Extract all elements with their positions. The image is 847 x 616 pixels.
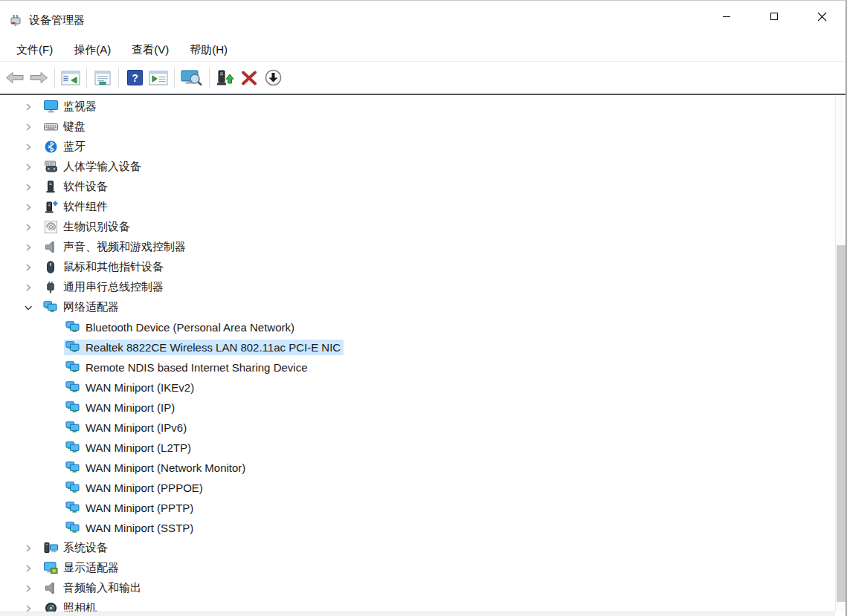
menu-action[interactable]: 操作(A) (65, 40, 120, 60)
tree-item[interactable]: 蓝牙 (0, 137, 835, 157)
uninstall-device-button[interactable] (237, 65, 261, 91)
toolbar-separator (54, 68, 55, 88)
scan-hardware-changes-button[interactable] (178, 65, 205, 91)
maximize-button[interactable] (750, 1, 798, 32)
tree-item[interactable]: Bluetooth Device (Personal Area Network) (0, 317, 835, 337)
row-content[interactable]: 声音、视频和游戏控制器 (42, 239, 189, 256)
tree-item-label: 监视器 (63, 100, 97, 114)
tree-item[interactable]: WAN Miniport (IP) (0, 398, 835, 418)
tree-item[interactable]: 软件组件 (0, 197, 835, 217)
tree-item[interactable]: 声音、视频和游戏控制器 (0, 237, 835, 257)
chevron-right-icon[interactable] (22, 201, 34, 213)
show-action-pane-button[interactable] (146, 65, 170, 91)
arrow-left-icon (5, 71, 25, 84)
tree-item[interactable]: 鼠标和其他指针设备 (0, 257, 835, 277)
tree-item[interactable]: WAN Miniport (PPTP) (0, 498, 835, 518)
row-content[interactable]: 人体学输入设备 (42, 158, 144, 175)
chevron-right-icon[interactable] (22, 562, 34, 574)
network-adapter-icon (65, 401, 80, 414)
tree-item[interactable]: WAN Miniport (Network Monitor) (0, 458, 835, 478)
row-content[interactable]: WAN Miniport (Network Monitor) (64, 460, 248, 476)
tree-item[interactable]: 系统设备 (0, 538, 835, 558)
row-content[interactable]: WAN Miniport (PPPOE) (64, 480, 206, 496)
toolbar: ? (0, 62, 846, 94)
tree-item[interactable]: 生物识别设备 (0, 217, 835, 237)
chevron-right-icon[interactable] (22, 241, 34, 253)
toolbar-separator (174, 68, 175, 88)
minimize-button[interactable] (703, 1, 750, 32)
tree-item[interactable]: WAN Miniport (L2TP) (0, 438, 835, 458)
horizontal-scrollbar[interactable] (0, 612, 835, 616)
row-content[interactable]: 监视器 (42, 98, 100, 115)
tree-item[interactable]: WAN Miniport (IKEv2) (0, 377, 835, 398)
menu-view[interactable]: 查看(V) (123, 40, 178, 60)
row-content[interactable]: WAN Miniport (L2TP) (64, 440, 194, 455)
help-button[interactable]: ? (123, 65, 146, 91)
row-content[interactable]: 系统设备 (42, 539, 111, 557)
row-content[interactable]: Remote NDIS based Internet Sharing Devic… (64, 360, 310, 375)
properties-button[interactable] (91, 65, 115, 91)
row-content[interactable]: 软件设备 (42, 178, 111, 195)
row-content[interactable]: 蓝牙 (42, 138, 88, 155)
row-content[interactable]: 软件组件 (42, 198, 111, 215)
software-component-icon (43, 201, 58, 213)
row-content[interactable]: 鼠标和其他指针设备 (42, 259, 167, 276)
row-content[interactable]: WAN Miniport (IPv6) (64, 420, 190, 435)
tree-item[interactable]: 监视器 (0, 97, 835, 117)
selected-row-content[interactable]: Realtek 8822CE Wireless LAN 802.11ac PCI… (64, 340, 344, 355)
chevron-right-icon[interactable] (22, 141, 34, 153)
vertical-scrollbar-thumb[interactable] (837, 245, 846, 602)
tree-item[interactable]: Remote NDIS based Internet Sharing Devic… (0, 357, 835, 377)
hid-icon (43, 161, 58, 173)
close-button[interactable] (798, 1, 846, 32)
tree-item-label: WAN Miniport (PPPOE) (86, 482, 203, 494)
chevron-right-icon[interactable] (22, 221, 34, 233)
menu-file[interactable]: 文件(F) (7, 40, 62, 60)
chevron-right-icon[interactable] (22, 101, 34, 113)
disable-device-button[interactable] (261, 65, 285, 91)
toolbar-separator (209, 68, 210, 88)
help-icon: ? (127, 70, 143, 85)
row-content[interactable]: 键盘 (42, 118, 88, 135)
chevron-right-icon[interactable] (22, 282, 34, 294)
row-content[interactable]: WAN Miniport (SSTP) (64, 520, 196, 536)
tree-item[interactable]: 网络适配器 (0, 297, 835, 317)
forward-button[interactable] (27, 65, 51, 91)
tree-item[interactable]: Realtek 8822CE Wireless LAN 802.11ac PCI… (0, 337, 835, 357)
tree-item[interactable]: 音频输入和输出 (0, 578, 835, 598)
usb-icon (43, 281, 58, 294)
tree-item[interactable]: WAN Miniport (IPv6) (0, 418, 835, 438)
row-content[interactable]: WAN Miniport (IP) (64, 400, 178, 415)
chevron-right-icon[interactable] (22, 262, 34, 273)
tree-item-label: 软件组件 (63, 200, 108, 214)
back-button[interactable] (3, 65, 27, 91)
chevron-right-icon[interactable] (22, 542, 34, 554)
row-content[interactable]: WAN Miniport (PPTP) (64, 500, 196, 516)
tree-item[interactable]: 通用串行总线控制器 (0, 277, 835, 297)
row-content[interactable]: Bluetooth Device (Personal Area Network) (64, 320, 297, 335)
update-driver-button[interactable] (213, 65, 237, 91)
row-content[interactable]: 显示适配器 (42, 560, 122, 577)
row-content[interactable]: 生物识别设备 (42, 218, 133, 236)
tree-item-label: WAN Miniport (L2TP) (86, 441, 191, 454)
chevron-down-icon[interactable] (22, 302, 34, 314)
vertical-scrollbar[interactable] (835, 95, 846, 612)
tree-item[interactable]: 软件设备 (0, 177, 835, 197)
tree-item[interactable]: 键盘 (0, 117, 835, 137)
properties-icon (94, 71, 111, 85)
show-console-tree-button[interactable] (59, 65, 83, 91)
row-content[interactable]: 通用串行总线控制器 (42, 279, 167, 296)
tree-item[interactable]: WAN Miniport (SSTP) (0, 518, 835, 538)
chevron-right-icon[interactable] (22, 181, 34, 193)
row-content[interactable]: 网络适配器 (42, 299, 122, 316)
chevron-right-icon[interactable] (22, 583, 34, 594)
network-adapter-icon (65, 522, 80, 534)
tree-item[interactable]: 显示适配器 (0, 558, 835, 578)
chevron-right-icon[interactable] (22, 121, 34, 133)
row-content[interactable]: 音频输入和输出 (42, 580, 144, 597)
row-content[interactable]: WAN Miniport (IKEv2) (64, 380, 197, 395)
menu-help[interactable]: 帮助(H) (181, 40, 236, 60)
tree-item[interactable]: 人体学输入设备 (0, 157, 835, 177)
tree-item[interactable]: WAN Miniport (PPPOE) (0, 478, 835, 498)
chevron-right-icon[interactable] (22, 161, 34, 173)
